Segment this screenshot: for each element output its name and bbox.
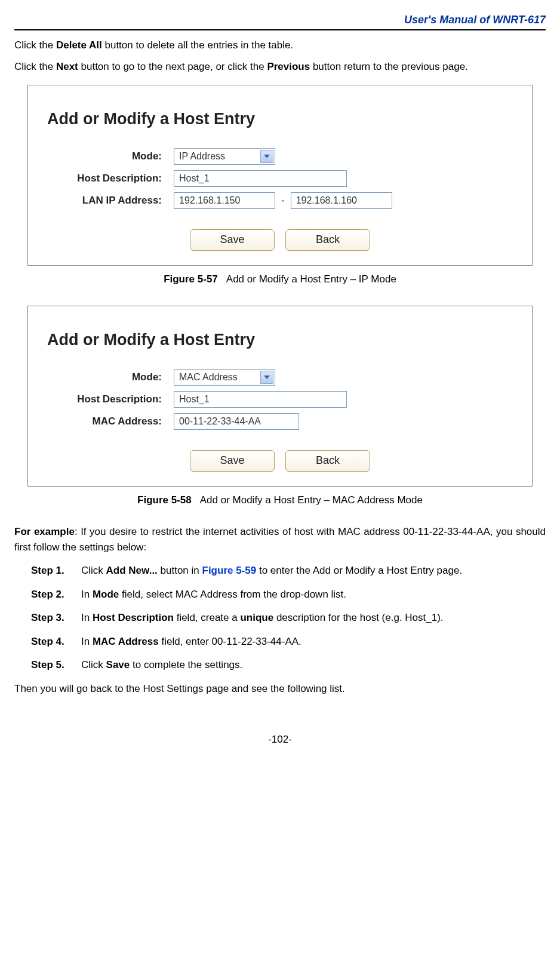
mac-address-label: MAC Address: [93, 636, 159, 647]
save-label: Save: [106, 659, 130, 670]
text: In: [81, 589, 93, 600]
text: Click: [81, 659, 106, 670]
header-rule: [14, 29, 546, 30]
text: description for the host (e.g. Host_1).: [273, 612, 443, 623]
host-description-input[interactable]: [174, 391, 347, 408]
step-label: Step 1.: [31, 563, 81, 578]
text: to complete the settings.: [130, 659, 242, 670]
text: button to go to the next page, or click …: [78, 61, 267, 72]
mode-label: Mode: [93, 589, 119, 600]
back-button[interactable]: Back: [285, 450, 370, 472]
chevron-down-icon[interactable]: [260, 150, 273, 163]
text: In: [81, 612, 93, 623]
step-label: Step 4.: [31, 634, 81, 650]
label-host-description: Host Description:: [42, 171, 162, 186]
button-row: Save Back: [42, 450, 518, 472]
text: : If you desire to restrict the internet…: [14, 526, 546, 553]
figure-caption-text: Add or Modify a Host Entry – MAC Address…: [200, 494, 423, 506]
figure-1-caption: Figure 5-57Add or Modify a Host Entry – …: [14, 272, 546, 287]
host-description-input[interactable]: [174, 170, 347, 187]
form-title: Add or Modify a Host Entry: [47, 107, 518, 131]
text: Click the: [14, 61, 56, 72]
figure-caption-text: Add or Modify a Host Entry – IP Mode: [226, 273, 396, 285]
mac-address-input[interactable]: [174, 413, 299, 430]
step-5: Step 5. Click Save to complete the setti…: [31, 657, 546, 673]
figure-number: Figure 5-58: [137, 494, 192, 506]
label-mode: Mode:: [42, 149, 162, 164]
row-lan-ip: LAN IP Address: -: [42, 192, 518, 209]
mode-select-value: IP Address: [179, 149, 225, 164]
row-mac-address: MAC Address:: [42, 413, 518, 430]
figure-2-caption: Figure 5-58Add or Modify a Host Entry – …: [14, 493, 546, 508]
intro-para-2: Click the Next button to go to the next …: [14, 59, 546, 75]
save-button[interactable]: Save: [190, 450, 275, 472]
mode-select-value: MAC Address: [179, 370, 238, 384]
text: field, create a: [174, 612, 241, 623]
step-text: In MAC Address field, enter 00-11-22-33-…: [81, 634, 546, 650]
mode-select[interactable]: IP Address: [174, 148, 275, 165]
next-label: Next: [56, 61, 78, 72]
add-new-label: Add New...: [106, 565, 158, 576]
previous-label: Previous: [267, 61, 310, 72]
figure-1-frame: Add or Modify a Host Entry Mode: IP Addr…: [27, 85, 533, 266]
lan-ip-to-input[interactable]: [291, 192, 392, 209]
example-para: For example: If you desire to restrict t…: [14, 524, 546, 555]
form-title: Add or Modify a Host Entry: [47, 328, 518, 352]
unique-label: unique: [240, 612, 273, 623]
label-mode: Mode:: [42, 370, 162, 385]
figure-2-frame: Add or Modify a Host Entry Mode: MAC Add…: [27, 306, 533, 487]
save-button[interactable]: Save: [190, 229, 275, 251]
text: In: [81, 636, 93, 647]
step-2: Step 2. In Mode field, select MAC Addres…: [31, 587, 546, 602]
range-dash: -: [281, 193, 285, 208]
text: to enter the Add or Modify a Host Entry …: [256, 565, 462, 576]
chevron-down-icon[interactable]: [260, 371, 273, 384]
step-3: Step 3. In Host Description field, creat…: [31, 610, 546, 626]
intro-para-1: Click the Delete All button to delete al…: [14, 38, 546, 53]
step-label: Step 5.: [31, 657, 81, 673]
step-label: Step 3.: [31, 610, 81, 626]
step-1: Step 1. Click Add New... button in Figur…: [31, 563, 546, 578]
steps-block: Step 1. Click Add New... button in Figur…: [31, 563, 546, 673]
row-host-description: Host Description:: [42, 391, 518, 408]
host-description-label: Host Description: [93, 612, 174, 623]
label-lan-ip: LAN IP Address:: [42, 193, 162, 208]
text: button return to the previous page.: [310, 61, 468, 72]
text: button to delete all the entries in the …: [102, 39, 293, 51]
row-mode: Mode: MAC Address: [42, 369, 518, 386]
label-host-description: Host Description:: [42, 392, 162, 407]
step-text: Click Add New... button in Figure 5-59 t…: [81, 563, 546, 578]
step-label: Step 2.: [31, 587, 81, 602]
row-mode: Mode: IP Address: [42, 148, 518, 165]
closing-para: Then you will go back to the Host Settin…: [14, 681, 546, 697]
text: field, enter 00-11-22-33-44-AA.: [159, 636, 301, 647]
step-text: In Mode field, select MAC Address from t…: [81, 587, 546, 602]
button-row: Save Back: [42, 229, 518, 251]
label-mac-address: MAC Address:: [42, 414, 162, 429]
text: Click: [81, 565, 106, 576]
page-number: -102-: [14, 732, 546, 747]
text: Click the: [14, 39, 56, 51]
step-text: Click Save to complete the settings.: [81, 657, 546, 673]
text: field, select MAC Address from the drop-…: [119, 589, 346, 600]
figure-number: Figure 5-57: [164, 273, 218, 285]
doc-header-title: User's Manual of WNRT-617: [14, 12, 546, 28]
lan-ip-from-input[interactable]: [174, 192, 275, 209]
delete-all-label: Delete All: [56, 39, 102, 51]
text: button in: [158, 565, 202, 576]
for-example-label: For example: [14, 526, 75, 537]
back-button[interactable]: Back: [285, 229, 370, 251]
step-4: Step 4. In MAC Address field, enter 00-1…: [31, 634, 546, 650]
row-host-description: Host Description:: [42, 170, 518, 187]
figure-link[interactable]: Figure 5-59: [202, 565, 257, 576]
mode-select[interactable]: MAC Address: [174, 369, 275, 386]
step-text: In Host Description field, create a uniq…: [81, 610, 546, 626]
